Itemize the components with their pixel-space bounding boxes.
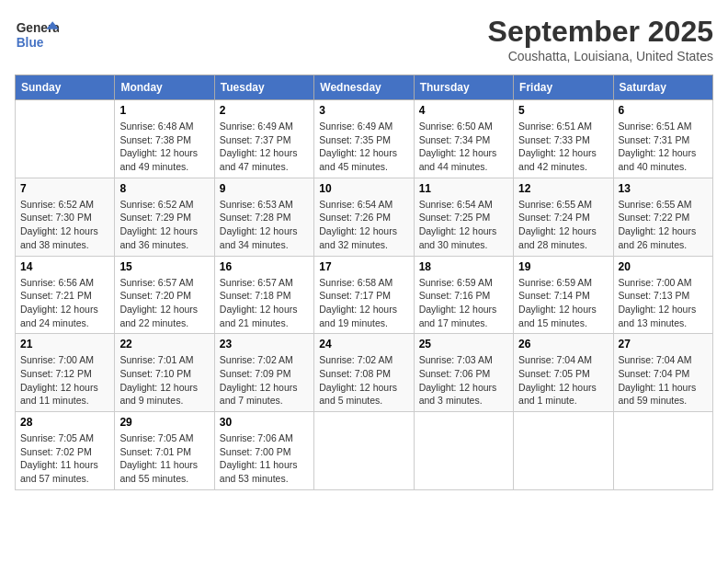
cell-details: Sunrise: 6:59 AMSunset: 7:16 PMDaylight:… xyxy=(419,276,508,330)
day-number: 2 xyxy=(220,104,309,117)
calendar-cell: 12Sunrise: 6:55 AMSunset: 7:24 PMDayligh… xyxy=(514,178,613,256)
calendar-cell: 19Sunrise: 6:59 AMSunset: 7:14 PMDayligh… xyxy=(514,256,613,334)
calendar-cell: 8Sunrise: 6:52 AMSunset: 7:29 PMDaylight… xyxy=(115,178,214,256)
logo: General Blue xyxy=(15,15,63,52)
calendar-table: SundayMondayTuesdayWednesdayThursdayFrid… xyxy=(15,75,713,490)
cell-details: Sunrise: 6:55 AMSunset: 7:24 PMDaylight:… xyxy=(518,198,608,252)
calendar-cell xyxy=(613,412,712,490)
day-number: 25 xyxy=(419,338,508,350)
calendar-cell: 18Sunrise: 6:59 AMSunset: 7:16 PMDayligh… xyxy=(414,256,513,334)
day-number: 28 xyxy=(20,416,109,429)
calendar-cell: 15Sunrise: 6:57 AMSunset: 7:20 PMDayligh… xyxy=(115,256,214,334)
week-row-4: 21Sunrise: 7:00 AMSunset: 7:12 PMDayligh… xyxy=(16,334,713,412)
week-row-5: 28Sunrise: 7:05 AMSunset: 7:02 PMDayligh… xyxy=(16,412,713,490)
cell-details: Sunrise: 6:52 AMSunset: 7:29 PMDaylight:… xyxy=(119,198,209,252)
cell-details: Sunrise: 7:00 AMSunset: 7:12 PMDaylight:… xyxy=(20,353,109,408)
cell-details: Sunrise: 6:59 AMSunset: 7:14 PMDaylight:… xyxy=(518,276,608,330)
calendar-cell xyxy=(314,412,414,490)
day-number: 1 xyxy=(119,104,209,117)
calendar-cell: 24Sunrise: 7:02 AMSunset: 7:08 PMDayligh… xyxy=(314,334,414,412)
svg-text:Blue: Blue xyxy=(17,36,44,50)
calendar-cell: 28Sunrise: 7:05 AMSunset: 7:02 PMDayligh… xyxy=(16,412,115,490)
cell-details: Sunrise: 7:05 AMSunset: 7:01 PMDaylight:… xyxy=(119,431,209,486)
calendar-cell: 10Sunrise: 6:54 AMSunset: 7:26 PMDayligh… xyxy=(314,178,414,256)
day-number: 29 xyxy=(119,416,209,429)
title-block: September 2025 Coushatta, Louisiana, Uni… xyxy=(488,15,713,63)
location: Coushatta, Louisiana, United States xyxy=(488,49,713,63)
calendar-cell: 22Sunrise: 7:01 AMSunset: 7:10 PMDayligh… xyxy=(115,334,214,412)
calendar-cell: 23Sunrise: 7:02 AMSunset: 7:09 PMDayligh… xyxy=(214,334,313,412)
day-number: 4 xyxy=(419,104,508,117)
cell-details: Sunrise: 6:50 AMSunset: 7:34 PMDaylight:… xyxy=(419,120,508,174)
col-header-monday: Monday xyxy=(115,75,214,100)
cell-details: Sunrise: 7:04 AMSunset: 7:04 PMDaylight:… xyxy=(619,353,708,408)
day-number: 24 xyxy=(319,338,408,350)
day-number: 12 xyxy=(518,182,608,195)
day-number: 3 xyxy=(319,104,408,117)
cell-details: Sunrise: 6:51 AMSunset: 7:33 PMDaylight:… xyxy=(518,120,608,174)
calendar-cell: 2Sunrise: 6:49 AMSunset: 7:37 PMDaylight… xyxy=(214,100,313,178)
calendar-cell: 20Sunrise: 7:00 AMSunset: 7:13 PMDayligh… xyxy=(613,256,712,334)
cell-details: Sunrise: 6:51 AMSunset: 7:31 PMDaylight:… xyxy=(619,120,708,174)
cell-details: Sunrise: 6:55 AMSunset: 7:22 PMDaylight:… xyxy=(619,198,708,252)
day-number: 21 xyxy=(20,338,109,350)
day-number: 20 xyxy=(619,260,708,273)
day-number: 11 xyxy=(419,182,508,195)
calendar-cell xyxy=(514,412,613,490)
calendar-cell: 16Sunrise: 6:57 AMSunset: 7:18 PMDayligh… xyxy=(214,256,313,334)
day-number: 17 xyxy=(319,260,408,273)
col-header-friday: Friday xyxy=(514,75,613,100)
calendar-cell: 11Sunrise: 6:54 AMSunset: 7:25 PMDayligh… xyxy=(414,178,513,256)
calendar-cell: 6Sunrise: 6:51 AMSunset: 7:31 PMDaylight… xyxy=(613,100,712,178)
calendar-cell xyxy=(414,412,513,490)
week-row-3: 14Sunrise: 6:56 AMSunset: 7:21 PMDayligh… xyxy=(16,256,713,334)
calendar-cell: 7Sunrise: 6:52 AMSunset: 7:30 PMDaylight… xyxy=(16,178,115,256)
calendar-cell: 9Sunrise: 6:53 AMSunset: 7:28 PMDaylight… xyxy=(214,178,313,256)
calendar-cell: 14Sunrise: 6:56 AMSunset: 7:21 PMDayligh… xyxy=(16,256,115,334)
cell-details: Sunrise: 6:54 AMSunset: 7:26 PMDaylight:… xyxy=(319,198,408,252)
cell-details: Sunrise: 6:49 AMSunset: 7:37 PMDaylight:… xyxy=(220,120,309,174)
cell-details: Sunrise: 6:58 AMSunset: 7:17 PMDaylight:… xyxy=(319,276,408,330)
calendar-cell: 30Sunrise: 7:06 AMSunset: 7:00 PMDayligh… xyxy=(214,412,313,490)
day-number: 27 xyxy=(619,338,708,350)
cell-details: Sunrise: 7:01 AMSunset: 7:10 PMDaylight:… xyxy=(119,353,209,408)
week-row-1: 1Sunrise: 6:48 AMSunset: 7:38 PMDaylight… xyxy=(16,100,713,178)
calendar-cell: 26Sunrise: 7:04 AMSunset: 7:05 PMDayligh… xyxy=(514,334,613,412)
month-title: September 2025 xyxy=(488,15,713,49)
day-number: 15 xyxy=(119,260,209,273)
header-row: SundayMondayTuesdayWednesdayThursdayFrid… xyxy=(16,75,713,100)
calendar-cell: 21Sunrise: 7:00 AMSunset: 7:12 PMDayligh… xyxy=(16,334,115,412)
day-number: 8 xyxy=(119,182,209,195)
day-number: 5 xyxy=(518,104,608,117)
calendar-cell: 17Sunrise: 6:58 AMSunset: 7:17 PMDayligh… xyxy=(314,256,414,334)
calendar-cell: 5Sunrise: 6:51 AMSunset: 7:33 PMDaylight… xyxy=(514,100,613,178)
day-number: 6 xyxy=(619,104,708,117)
col-header-tuesday: Tuesday xyxy=(214,75,313,100)
calendar-cell xyxy=(16,100,115,178)
calendar-cell: 4Sunrise: 6:50 AMSunset: 7:34 PMDaylight… xyxy=(414,100,513,178)
cell-details: Sunrise: 6:52 AMSunset: 7:30 PMDaylight:… xyxy=(20,198,109,252)
cell-details: Sunrise: 7:05 AMSunset: 7:02 PMDaylight:… xyxy=(20,431,109,486)
cell-details: Sunrise: 7:02 AMSunset: 7:08 PMDaylight:… xyxy=(319,353,408,408)
day-number: 14 xyxy=(20,260,109,273)
cell-details: Sunrise: 6:57 AMSunset: 7:20 PMDaylight:… xyxy=(119,276,209,330)
day-number: 9 xyxy=(220,182,309,195)
col-header-thursday: Thursday xyxy=(414,75,513,100)
calendar-cell: 13Sunrise: 6:55 AMSunset: 7:22 PMDayligh… xyxy=(613,178,712,256)
cell-details: Sunrise: 7:03 AMSunset: 7:06 PMDaylight:… xyxy=(419,353,508,408)
page-header: General Blue September 2025 Coushatta, L… xyxy=(15,15,713,63)
day-number: 10 xyxy=(319,182,408,195)
cell-details: Sunrise: 6:56 AMSunset: 7:21 PMDaylight:… xyxy=(20,276,109,330)
calendar-cell: 1Sunrise: 6:48 AMSunset: 7:38 PMDaylight… xyxy=(115,100,214,178)
cell-details: Sunrise: 6:54 AMSunset: 7:25 PMDaylight:… xyxy=(419,198,508,252)
cell-details: Sunrise: 7:00 AMSunset: 7:13 PMDaylight:… xyxy=(619,276,708,330)
day-number: 30 xyxy=(220,416,309,429)
calendar-cell: 27Sunrise: 7:04 AMSunset: 7:04 PMDayligh… xyxy=(613,334,712,412)
day-number: 23 xyxy=(220,338,309,350)
cell-details: Sunrise: 6:48 AMSunset: 7:38 PMDaylight:… xyxy=(119,120,209,174)
day-number: 22 xyxy=(119,338,209,350)
day-number: 18 xyxy=(419,260,508,273)
day-number: 16 xyxy=(220,260,309,273)
col-header-sunday: Sunday xyxy=(16,75,115,100)
calendar-cell: 29Sunrise: 7:05 AMSunset: 7:01 PMDayligh… xyxy=(115,412,214,490)
